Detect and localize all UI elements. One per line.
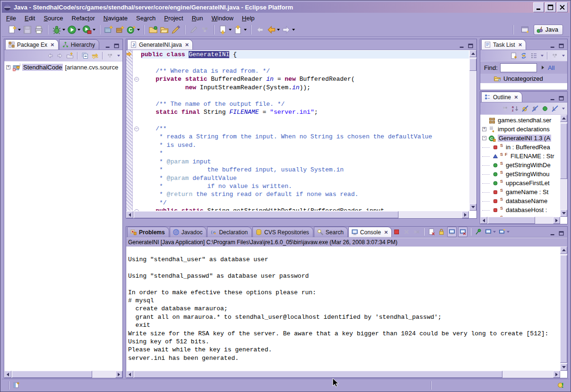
view-menu-button[interactable] [116,51,121,60]
show-on-stderr-button[interactable] [458,227,467,237]
tab-cvs-repositories[interactable]: CVS Repositories [252,227,313,237]
dropdown-caret-icon[interactable] [18,29,21,31]
menu-run[interactable]: Run [188,14,208,23]
menu-project[interactable]: Project [160,14,187,23]
code-line[interactable] [141,59,469,67]
scroll-thumb[interactable] [134,371,502,378]
code-line[interactable]: /** [141,125,469,133]
dots-button[interactable] [501,104,510,113]
outline-item-filename-str[interactable]: SFFILENAME : Str [480,152,560,161]
annotation-ruler[interactable] [126,50,133,211]
sortaz-button[interactable]: az [511,104,519,113]
minimize-view-button[interactable] [550,43,556,50]
scroll-right-button[interactable] [462,211,469,218]
code-editor[interactable]: public class GenerateINI { /** Where dat… [141,50,469,211]
code-line[interactable]: public static String getStringWithDefaul… [141,207,469,211]
code-line[interactable]: */ [141,199,469,207]
expander-icon[interactable]: + [482,127,486,131]
progress-indicator-button[interactable] [557,381,565,389]
sync-button[interactable] [519,51,528,60]
remove-launch-button[interactable] [402,227,411,237]
next-annotation-button[interactable] [217,24,233,35]
dots-button[interactable] [551,51,559,60]
scroll-thumb[interactable] [560,255,567,363]
menu-search[interactable]: Search [132,14,160,23]
scroll-right-button[interactable] [553,371,560,378]
tab-hierarchy[interactable]: Hierarchy [59,39,99,50]
folderup-button[interactable] [66,51,74,60]
folding-column[interactable]: −−− [133,50,141,211]
viewlist-button[interactable] [529,51,538,60]
scroll-up-button[interactable] [469,50,476,57]
scroll-thumb[interactable] [488,217,535,224]
new-class-button[interactable]: C [126,24,141,35]
scroll-down-button[interactable] [560,210,567,217]
menu-help[interactable]: Help [238,14,259,23]
vfwd-button[interactable] [56,51,64,60]
scroll-left-button[interactable] [126,371,133,378]
code-line[interactable]: * is used. [141,141,469,149]
print-button[interactable] [33,24,44,35]
checkout-project-button[interactable] [147,24,159,35]
outline-item-import-declarations[interactable]: +import declarations [480,125,560,134]
code-line[interactable]: * @param defaultValue [141,174,469,182]
code-line[interactable]: * reads a String from the input. When no… [141,133,469,141]
code-line[interactable]: /** Where data is read from. */ [141,67,469,75]
scroll-down-button[interactable] [560,364,567,371]
all-filter-link[interactable]: All [548,64,554,71]
run-button[interactable] [66,24,81,35]
scroll-thumb[interactable] [12,371,92,378]
greendot-button[interactable] [541,104,549,113]
forward-button[interactable] [281,24,296,35]
outline-item-uppcasefirstlet[interactable]: SuppcaseFirstLet [480,179,560,187]
horizontal-scrollbar[interactable] [126,211,469,218]
close-icon[interactable]: × [185,43,189,47]
code-line[interactable]: * the buffered input, usually System.in [141,166,469,174]
open-resource-button[interactable] [159,24,170,35]
format-button[interactable] [170,24,182,35]
code-line[interactable]: static final String FILENAME = "server.i… [141,108,469,116]
dropdown-caret-icon[interactable] [137,29,140,31]
minimize-button[interactable] [533,2,544,12]
fold-collapse-icon[interactable]: − [134,127,139,131]
tab-console[interactable]: Console× [348,227,392,237]
open-console-button[interactable] [498,227,510,237]
maximize-view-button[interactable] [558,95,565,102]
code-line[interactable]: * @return the string read or default if … [141,190,469,198]
minimize-view-button[interactable] [550,95,556,102]
run-external-tools-button[interactable] [81,24,96,35]
code-line[interactable]: /** The name of the output file. */ [141,100,469,108]
dropdown-caret-icon[interactable] [62,29,65,31]
fold-collapse-icon[interactable]: − [134,77,139,82]
minimize-view-button[interactable] [459,43,466,50]
view-menu-button[interactable] [539,51,544,60]
outline-item-gamename-st[interactable]: SgameName : St [480,187,560,196]
horizontal-scrollbar[interactable] [126,371,560,378]
tab-package-ex[interactable]: Package Ex× [5,39,59,50]
debug-button[interactable] [51,24,66,35]
code-line[interactable]: new InputStreamReader(System.in)); [141,84,469,92]
dots-button[interactable] [106,51,114,60]
view-menu-button[interactable] [561,104,565,113]
last-edit-location-button[interactable] [254,24,266,35]
show-on-stdout-button[interactable] [447,227,457,237]
save-button[interactable] [22,24,33,35]
maximize-button[interactable] [545,2,556,12]
expander-icon[interactable]: + [6,65,10,69]
new-button[interactable] [7,24,22,35]
expand-find-icon[interactable] [542,66,544,69]
expander-icon[interactable]: - [482,136,486,140]
mark-text-button[interactable] [188,24,199,35]
maximize-view-button[interactable] [467,43,474,50]
vback-button[interactable] [46,51,54,60]
back-button[interactable] [266,24,281,35]
outline-item-in-bufferedrea[interactable]: Sin : BufferedRea [480,143,560,152]
tab-declaration[interactable]: (eDeclaration [207,227,252,237]
vertical-scrollbar[interactable] [560,247,567,371]
code-line[interactable]: * [141,149,469,157]
outline-item-getstringwithou[interactable]: SgetStringWithou [480,170,560,179]
new-java-project-button[interactable] [103,24,114,35]
maximize-view-button[interactable] [558,43,565,50]
vertical-scrollbar[interactable] [469,50,476,211]
console-output[interactable]: Using "stendhal_user" as database user U… [126,247,560,371]
